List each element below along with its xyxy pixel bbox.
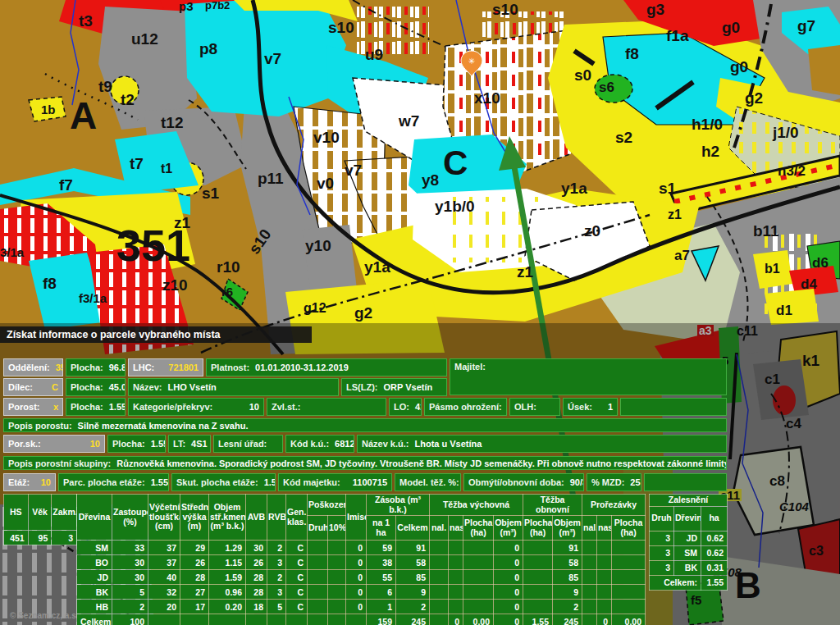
app-window: ✳ p3p7b2t3u12p8v7s10u9s10g3f1af8g0g7g0g2… (0, 0, 840, 625)
map-tooltip: Získat informace o parcele vybraného mís… (0, 326, 312, 343)
svg-text:✳: ✳ (468, 57, 475, 66)
panel-dim-overlay (0, 323, 840, 625)
